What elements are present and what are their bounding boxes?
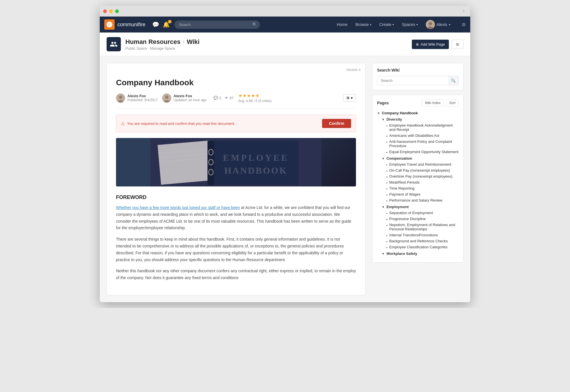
settings-icon[interactable]: ⚙ xyxy=(462,22,466,27)
bullet-icon: ● xyxy=(386,182,388,184)
star-rating[interactable]: ★★★★★ xyxy=(238,93,272,98)
list-item[interactable]: ● Anti-harassment Policy and Complaint P… xyxy=(386,139,459,149)
compensation-title[interactable]: ▼ Compensation xyxy=(382,155,459,161)
list-item[interactable]: ● On-Call Pay (nonexempt employees) xyxy=(386,167,459,173)
user-name: Alexis xyxy=(437,22,447,27)
author-updated-info: Alexis Fox Updated: an hour ago xyxy=(174,94,207,102)
list-item[interactable]: ● Americans with Disabilities Act xyxy=(386,133,459,139)
nav-user[interactable]: Alexis ▾ xyxy=(422,18,454,31)
list-item[interactable]: ● Employee Handbook Acknowledgment and R… xyxy=(386,122,459,133)
article-title: Company Handbook xyxy=(116,78,356,87)
list-item[interactable]: ● Employee Travel and Reimbursement xyxy=(386,161,459,167)
employment-title[interactable]: ▼ Employment xyxy=(382,204,459,210)
bullet-icon: ● xyxy=(386,125,388,127)
space-icon xyxy=(107,37,121,51)
bullet-icon: ● xyxy=(386,194,388,196)
tree-diversity: ▼ Diversity ● Employee Handbook Acknowle… xyxy=(382,116,459,155)
compensation-items: ● Employee Travel and Reimbursement ● On… xyxy=(386,161,459,203)
bullet-icon: ● xyxy=(386,240,388,243)
list-item[interactable]: ● Employee Classification Categories xyxy=(386,244,459,250)
bullet-icon: ● xyxy=(386,224,388,227)
list-item[interactable]: ● Overtime Pay (nonexempt employees) xyxy=(386,173,459,179)
global-search: 🔍 xyxy=(174,21,260,29)
brand-logo[interactable]: communifire xyxy=(104,19,145,30)
new-tab-icon[interactable]: + xyxy=(462,9,467,13)
notification-icon[interactable]: 🔔 2 xyxy=(163,21,170,28)
spaces-chevron-icon: ▾ xyxy=(416,23,418,26)
page-layout: Human Resources › Wiki Public Space · Ma… xyxy=(100,33,470,302)
wiki-search-input[interactable] xyxy=(377,76,459,85)
list-item[interactable]: ● Background and Reference Checks xyxy=(386,238,459,244)
diversity-title[interactable]: ▼ Diversity xyxy=(382,116,459,122)
foreword-link[interactable]: Whether you have a few more words just j… xyxy=(116,205,240,210)
app-window: + communifire 💬 🔔 2 🔍 Home xyxy=(100,6,470,302)
sidebar-toggle-button[interactable]: ⊞ xyxy=(452,40,463,49)
list-item[interactable]: ● Payment of Wages xyxy=(386,191,459,197)
article-settings-button[interactable]: ⚙ ▾ xyxy=(343,94,356,102)
article-image: EMPLOYEE HANDBOOK xyxy=(116,138,356,186)
bullet-icon: ● xyxy=(386,234,388,237)
list-item[interactable]: ● Internal Transfers/Promotions xyxy=(386,232,459,238)
workplace-safety-title[interactable]: ▼ Workplace Safety xyxy=(382,251,459,257)
list-item[interactable]: ● Separation of Employment xyxy=(386,210,459,216)
nav-home[interactable]: Home xyxy=(333,20,351,29)
layout-icon: ⊞ xyxy=(456,42,459,46)
bullet-icon: ● xyxy=(386,176,388,178)
search-wiki-title: Search Wiki xyxy=(377,68,459,72)
comment-icon: 💬 xyxy=(213,96,218,100)
search-icon: 🔍 xyxy=(451,78,456,83)
pages-box: Pages Wiki Index Sort ▼ Company Handbook xyxy=(372,95,463,263)
list-item[interactable]: ● Performance and Salary Review xyxy=(386,197,459,203)
svg-point-1 xyxy=(429,22,432,25)
bullet-icon: ● xyxy=(386,151,388,154)
bullet-icon: ● xyxy=(386,188,388,190)
sort-button[interactable]: Sort xyxy=(446,99,459,106)
alert-text: ⚠ You are required to read and confirm t… xyxy=(121,121,235,126)
wiki-index-button[interactable]: Wiki Index xyxy=(422,99,444,106)
foreword-paragraph-2: There are several things to keep in mind… xyxy=(116,236,356,263)
gear-chevron-icon: ▾ xyxy=(351,96,353,100)
search-input[interactable] xyxy=(174,21,260,29)
publish-date: Published: 9/4/2017 xyxy=(127,98,158,102)
bullet-icon: ● xyxy=(386,200,388,202)
confirm-button[interactable]: Confirm xyxy=(322,119,351,128)
nav-spaces[interactable]: Spaces ▾ xyxy=(398,20,421,29)
list-item[interactable]: ● Nepotism, Employment of Relatives and … xyxy=(386,222,459,232)
employment-chevron-icon: ▼ xyxy=(382,205,385,209)
nav-browse[interactable]: Browse ▾ xyxy=(352,20,375,29)
list-item[interactable]: ● Meal/Rest Periods xyxy=(386,179,459,185)
warning-icon: ⚠ xyxy=(121,121,125,126)
tree-root-title[interactable]: ▼ Company Handbook xyxy=(377,110,459,116)
article-meta: Alexis Fox Published: 9/4/2017 Alexis Fo… xyxy=(116,93,356,109)
version-badge: Version 4 xyxy=(346,68,361,72)
author-published-name: Alexis Fox xyxy=(127,94,158,98)
meta-stats: 💬 2 👁 97 xyxy=(213,96,234,100)
create-chevron-icon: ▾ xyxy=(392,23,394,26)
eye-icon: 👁 xyxy=(225,96,228,100)
foreword-heading: FOREWORD xyxy=(116,194,356,200)
list-item[interactable]: ● Time Reporting xyxy=(386,185,459,191)
maximize-button[interactable] xyxy=(115,9,119,13)
svg-point-7 xyxy=(165,96,168,99)
brand-name: communifire xyxy=(117,22,145,28)
svg-rect-14 xyxy=(207,141,299,185)
update-date: Updated: an hour ago xyxy=(174,98,207,102)
space-name: Human Resources xyxy=(125,38,180,46)
rating-group: ★★★★★ Avg: 4.88 / 5 (5 votes) xyxy=(238,93,272,103)
manage-space-link[interactable]: Manage Space xyxy=(150,46,175,50)
minimize-button[interactable] xyxy=(109,9,113,13)
chat-icon[interactable]: 💬 xyxy=(152,21,159,28)
wiki-search-button[interactable]: 🔍 xyxy=(448,76,459,85)
svg-text:HANDBOOK: HANDBOOK xyxy=(224,165,288,176)
add-wiki-page-button[interactable]: ⊕ Add Wiki Page xyxy=(412,40,449,49)
wiki-search-field: 🔍 xyxy=(377,76,459,85)
list-item[interactable]: ● Equal Employment Opportunity Statement xyxy=(386,149,459,155)
tree-root: ▼ Company Handbook ▼ Diversity xyxy=(377,110,459,257)
space-info: Human Resources › Wiki Public Space · Ma… xyxy=(107,37,199,51)
pages-actions: Wiki Index Sort xyxy=(422,99,459,106)
browse-chevron-icon: ▾ xyxy=(370,23,371,26)
svg-rect-10 xyxy=(158,141,212,185)
close-button[interactable] xyxy=(103,9,107,13)
nav-create[interactable]: Create ▾ xyxy=(376,20,397,29)
list-item[interactable]: ● Progressive Discipline xyxy=(386,216,459,222)
